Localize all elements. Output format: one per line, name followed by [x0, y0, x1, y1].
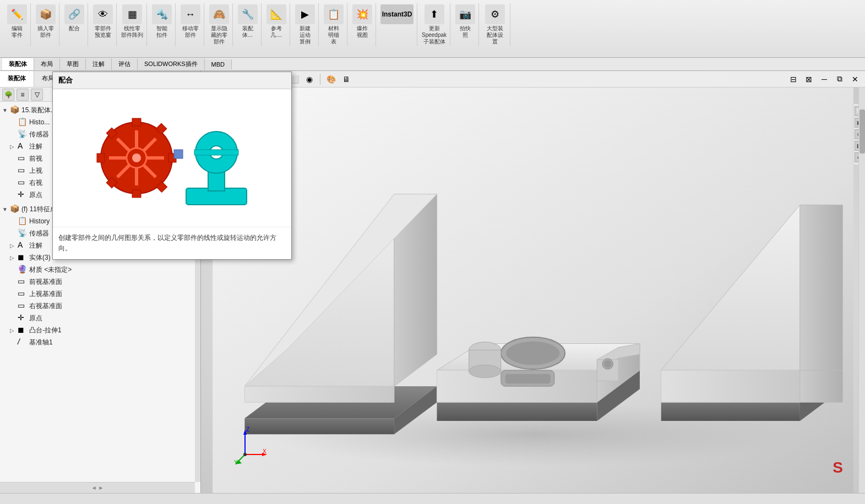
toolbar-explode[interactable]: 💥 爆炸视图 [349, 3, 376, 46]
show-hidden-icon[interactable]: 🙈 [209, 4, 229, 24]
tree-item-right-plane[interactable]: ▭ 右视基准面 [0, 300, 200, 312]
panel-btn-property[interactable]: ≡ [17, 89, 29, 101]
front-plane-node-label: 前视基准面 [29, 277, 62, 287]
toolbar-new-motion[interactable]: ▶ 新建运动算例 [291, 3, 319, 46]
mate-illustration-svg [57, 92, 288, 224]
toolbar-snapshot[interactable]: 📷 拍快照 [451, 3, 479, 46]
large-assembly-icon[interactable]: ⚙ [485, 4, 505, 24]
tab-annotation[interactable]: 注解 [86, 58, 112, 70]
toolbar-linear-array[interactable]: ▦ 线性零部件阵列 [118, 3, 147, 46]
toolbar-move-part[interactable]: ↔ 移动零部件 [177, 3, 204, 46]
toolbar-speedpak[interactable]: ⬆ 更新Speedpak子装配体 [418, 3, 450, 46]
tree-item-origin2[interactable]: ✛ 原点 [0, 312, 200, 324]
toolbar-reference[interactable]: 📐 参考几.... [263, 3, 290, 46]
snapshot-icon[interactable]: 📷 [455, 4, 475, 24]
edit-part-icon[interactable]: ✏️ [7, 4, 27, 24]
tree-item-front-plane[interactable]: ▭ 前视基准面 [0, 276, 200, 288]
tab-mbd[interactable]: MBD [205, 59, 232, 69]
tab-assembly[interactable]: 装配体 [2, 58, 34, 70]
viewport-toolbar: 🔍 🔎 ✋ ↻ ⊞ ⬜ ◉ 🎨 🖥 ⊟ ⊠ ─ ⧉ ✕ [201, 71, 865, 87]
speedpak-icon[interactable]: ⬆ [425, 4, 444, 24]
tree-item-material[interactable]: 🔮 材质 <未指定> [0, 264, 200, 276]
instant3d-icon[interactable]: Instant3D [380, 4, 414, 24]
boss-extrude-node-icon: ◼ [18, 325, 28, 335]
toolbar-mate[interactable]: 🔗 配合 [61, 3, 88, 46]
explode-icon[interactable]: 💥 [352, 4, 372, 24]
expand-icon-assembly[interactable]: ▼ [2, 107, 10, 113]
toolbar-show-hidden[interactable]: 🙈 显示隐藏的零部件 [205, 3, 233, 46]
history-node-icon: 📋 [18, 117, 28, 127]
smart-fastener-icon[interactable]: 🔩 [152, 4, 172, 24]
material-node-icon: 🔮 [18, 265, 28, 275]
move-part-label: 移动零部件 [182, 25, 199, 39]
expand-icon-annotation2: ▷ [10, 243, 18, 249]
mate-popup-image [53, 89, 291, 227]
panel-btn-filter[interactable]: ▽ [31, 89, 43, 101]
vt-display-btn[interactable]: 🖥 [340, 73, 353, 86]
toolbar-bom[interactable]: 📋 材料明细表 [320, 3, 347, 46]
new-motion-icon[interactable]: ▶ [295, 4, 315, 24]
svg-rect-40 [505, 374, 551, 384]
new-motion-label: 新建运动算例 [300, 25, 311, 45]
top-plane-node-label: 上视基准面 [29, 289, 62, 299]
bom-label: 材料明细表 [328, 25, 339, 45]
3d-viewport[interactable]: 🔍 🔎 ✋ ↻ ⊞ ⬜ ◉ 🎨 🖥 ⊟ ⊠ ─ ⧉ ✕ [201, 71, 865, 493]
tree-item-boss-extrude[interactable]: ▷ ◼ 凸台-拉伸1 [0, 324, 200, 336]
annotation-node-icon: A [18, 141, 28, 151]
move-part-icon[interactable]: ↔ [181, 4, 200, 24]
vt-sep2 [320, 74, 320, 85]
large-assembly-label: 大型装配体设置 [487, 25, 503, 45]
assembly-body-icon[interactable]: 🔧 [238, 4, 258, 24]
tab-sketch[interactable]: 草图 [60, 58, 86, 70]
toolbar-preview[interactable]: 👁 零部件预览窗 [89, 3, 117, 46]
insert-part-icon[interactable]: 📦 [36, 4, 56, 24]
preview-icon[interactable]: 👁 [93, 4, 113, 24]
toolbar-edit-part[interactable]: ✏️ 编辑零件 [3, 3, 31, 46]
svg-point-38 [507, 342, 560, 365]
front-node-label: 前视 [29, 154, 42, 163]
tab-evaluate[interactable]: 评估 [112, 58, 138, 70]
svg-marker-54 [800, 205, 843, 370]
panel-btn-feature-tree[interactable]: 🌳 [2, 89, 14, 101]
toolbar-instant3d[interactable]: Instant3D [377, 3, 417, 46]
annotation2-node-icon: A [18, 240, 28, 250]
solid-node-label: 实体(3) [29, 253, 51, 262]
toolbar-insert-part[interactable]: 📦 插入零部件 [32, 3, 59, 46]
toolbar-smart-fastener[interactable]: 🔩 智能扣件 [148, 3, 176, 46]
toolbar-large-assembly[interactable]: ⚙ 大型装配体设置 [480, 3, 510, 46]
material-node-label: 材质 <未指定> [29, 265, 72, 275]
sensor2-node-label: 传感器 [29, 229, 49, 238]
expand-icon-subassembly[interactable]: ▼ [2, 206, 10, 212]
vt-minimize-btn[interactable]: ─ [818, 73, 831, 86]
mate-label: 配合 [69, 25, 80, 32]
svg-marker-25 [244, 418, 394, 434]
vt-restore-btn[interactable]: ⧉ [833, 73, 846, 86]
snapshot-label: 拍快照 [460, 25, 471, 39]
linear-array-icon[interactable]: ▦ [122, 4, 142, 24]
vt-split2-btn[interactable]: ⊠ [802, 73, 815, 86]
panel-tab-assembly[interactable]: 装配体 [0, 71, 34, 87]
viewport-scrollbar-v[interactable] [858, 87, 865, 493]
vt-shading-btn[interactable]: ◉ [303, 73, 316, 86]
tree-item-axis1[interactable]: / 基准轴1 [0, 336, 200, 348]
svg-marker-52 [661, 370, 800, 402]
svg-marker-32 [437, 402, 597, 421]
mate-popup-desc: 创建零部件之间的几何图形关系，以定义零部件的线性或旋转运动的允许方向。 [53, 227, 291, 259]
tab-layout[interactable]: 布局 [34, 58, 60, 70]
vt-close-btn[interactable]: ✕ [848, 73, 862, 86]
mate-icon[interactable]: 🔗 [64, 4, 84, 24]
viewport-scroll-thumb-v[interactable] [859, 109, 865, 154]
vt-color-btn[interactable]: 🎨 [324, 73, 338, 86]
svg-point-64 [243, 453, 247, 456]
tree-item-top-plane[interactable]: ▭ 上视基准面 [0, 288, 200, 300]
toolbar-assembly-body[interactable]: 🔧 装配体... [234, 3, 262, 46]
bom-icon[interactable]: 📋 [324, 4, 344, 24]
svg-rect-16 [174, 150, 183, 158]
status-bar [0, 493, 865, 504]
smart-fastener-label: 智能扣件 [156, 25, 167, 39]
tab-addins[interactable]: SOLIDWORKS插件 [138, 58, 205, 70]
axis-indicator: Z X Y [234, 427, 267, 465]
vt-split1-btn[interactable]: ⊟ [787, 73, 800, 86]
left-scrollbar-horizontal[interactable]: ◄ ► [0, 482, 195, 493]
reference-icon[interactable]: 📐 [266, 4, 286, 24]
